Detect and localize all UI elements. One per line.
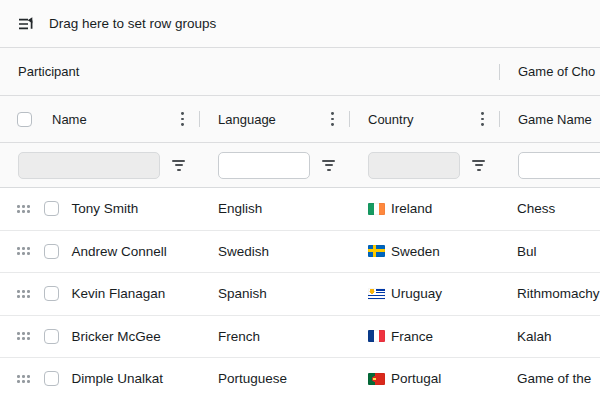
group-header-game-of-choice[interactable]: Game of Cho xyxy=(500,48,600,95)
language-value: Portuguese xyxy=(218,371,287,386)
cell-language: Portuguese xyxy=(200,358,350,400)
cell-language: Swedish xyxy=(200,231,350,273)
game-value: Bul xyxy=(517,244,537,259)
country-value: France xyxy=(391,329,433,344)
floating-filter-row xyxy=(0,143,600,188)
country-flag-icon xyxy=(368,203,385,215)
group-header-label: Game of Cho xyxy=(518,64,595,79)
cell-name: Dimple Unalkat xyxy=(0,358,200,400)
name-value: Andrew Connell xyxy=(72,244,167,259)
cell-country: Ireland xyxy=(350,188,500,230)
country-flag-icon xyxy=(368,373,385,385)
filter-cell-name xyxy=(0,152,200,179)
row-drag-handle-icon[interactable] xyxy=(17,247,30,255)
cell-game: Bul xyxy=(500,231,600,273)
country-value: Uruguay xyxy=(391,286,442,301)
data-grid: Drag here to set row groups Participant … xyxy=(0,0,600,400)
column-menu-icon[interactable] xyxy=(329,108,336,129)
language-value: English xyxy=(218,201,262,216)
column-header-language[interactable]: Language xyxy=(200,96,350,142)
country-value: Ireland xyxy=(391,201,432,216)
column-header-name[interactable]: Name xyxy=(0,96,200,142)
cell-name: Tony Smith xyxy=(0,188,200,230)
game-value: Chess xyxy=(517,201,555,216)
table-row[interactable]: Kevin Flanagan Spanish Uruguay Rithmomac… xyxy=(0,273,600,316)
cell-language: Spanish xyxy=(200,273,350,315)
game-name-filter-input[interactable] xyxy=(518,152,600,179)
language-value: Swedish xyxy=(218,244,269,259)
country-flag-icon xyxy=(368,330,385,342)
row-groups-icon xyxy=(17,15,35,33)
language-filter-input[interactable] xyxy=(218,152,310,179)
row-group-drop-panel[interactable]: Drag here to set row groups xyxy=(0,0,600,48)
cell-name: Bricker McGee xyxy=(0,316,200,358)
cell-country: Portugal xyxy=(350,358,500,400)
game-value: Kalah xyxy=(517,329,552,344)
name-value: Tony Smith xyxy=(72,201,139,216)
filter-cell-game-name xyxy=(500,152,600,179)
column-label-game-name: Game Name xyxy=(518,112,592,127)
country-value: Portugal xyxy=(391,371,441,386)
row-checkbox[interactable] xyxy=(44,371,59,386)
cell-game: Game of the xyxy=(500,358,600,400)
column-header-country[interactable]: Country xyxy=(350,96,500,142)
filter-cell-language xyxy=(200,152,350,179)
cell-language: French xyxy=(200,316,350,358)
cell-country: France xyxy=(350,316,500,358)
column-label-name: Name xyxy=(52,112,87,127)
group-header-participant[interactable]: Participant xyxy=(0,48,500,95)
cell-language: English xyxy=(200,188,350,230)
cell-game: Rithmomachy xyxy=(500,273,600,315)
row-group-panel-text: Drag here to set row groups xyxy=(49,16,216,31)
language-filter-funnel-icon[interactable] xyxy=(319,156,338,175)
column-group-header-row: Participant Game of Cho xyxy=(0,48,600,96)
name-filter-input xyxy=(18,152,160,179)
cell-game: Kalah xyxy=(500,316,600,358)
row-checkbox[interactable] xyxy=(44,329,59,344)
name-filter-funnel-icon[interactable] xyxy=(169,156,188,175)
row-drag-handle-icon[interactable] xyxy=(17,332,30,340)
row-checkbox[interactable] xyxy=(44,201,59,216)
column-menu-icon[interactable] xyxy=(179,108,186,129)
country-filter-input xyxy=(368,152,460,179)
column-header-game-name[interactable]: Game Name xyxy=(500,96,600,142)
game-value: Rithmomachy xyxy=(517,286,600,301)
row-drag-handle-icon[interactable] xyxy=(17,290,30,298)
table-row[interactable]: Tony Smith English Ireland Chess xyxy=(0,188,600,231)
row-drag-handle-icon[interactable] xyxy=(17,375,30,383)
game-value: Game of the xyxy=(517,371,591,386)
group-header-label: Participant xyxy=(18,64,79,79)
language-value: Spanish xyxy=(218,286,267,301)
language-value: French xyxy=(218,329,260,344)
cell-name: Kevin Flanagan xyxy=(0,273,200,315)
name-value: Dimple Unalkat xyxy=(72,371,164,386)
row-drag-handle-icon[interactable] xyxy=(17,205,30,213)
row-checkbox[interactable] xyxy=(44,286,59,301)
column-label-language: Language xyxy=(218,112,276,127)
column-header-row: Name Language Country Game Name xyxy=(0,96,600,143)
row-checkbox[interactable] xyxy=(44,244,59,259)
cell-country: Uruguay xyxy=(350,273,500,315)
country-value: Sweden xyxy=(391,244,440,259)
column-menu-icon[interactable] xyxy=(479,108,486,129)
select-all-checkbox[interactable] xyxy=(17,112,32,127)
column-label-country: Country xyxy=(368,112,414,127)
table-row[interactable]: Andrew Connell Swedish Sweden Bul xyxy=(0,231,600,274)
cell-game: Chess xyxy=(500,188,600,230)
country-filter-funnel-icon[interactable] xyxy=(469,156,488,175)
country-flag-icon xyxy=(368,245,385,257)
filter-cell-country xyxy=(350,152,500,179)
cell-country: Sweden xyxy=(350,231,500,273)
table-row[interactable]: Dimple Unalkat Portuguese Portugal Game … xyxy=(0,358,600,400)
country-flag-icon xyxy=(368,288,385,300)
name-value: Kevin Flanagan xyxy=(72,286,166,301)
table-row[interactable]: Bricker McGee French France Kalah xyxy=(0,316,600,359)
cell-name: Andrew Connell xyxy=(0,231,200,273)
name-value: Bricker McGee xyxy=(72,329,161,344)
